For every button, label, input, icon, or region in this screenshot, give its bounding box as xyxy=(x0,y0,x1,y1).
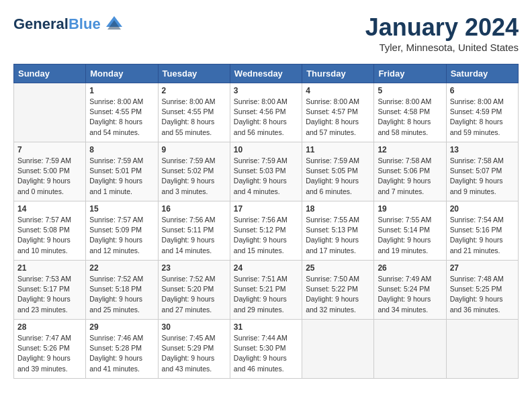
table-row: 3Sunrise: 8:00 AMSunset: 4:56 PMDaylight… xyxy=(230,83,302,142)
day-info: Sunrise: 7:56 AMSunset: 5:11 PMDaylight:… xyxy=(162,215,226,256)
day-info: Sunrise: 7:53 AMSunset: 5:17 PMDaylight:… xyxy=(17,274,82,315)
logo-text: GeneralBlue xyxy=(13,16,101,32)
day-number: 13 xyxy=(450,145,515,154)
day-number: 18 xyxy=(306,204,370,214)
day-number: 8 xyxy=(89,145,154,154)
table-row: 2Sunrise: 8:00 AMSunset: 4:55 PMDaylight… xyxy=(158,83,230,142)
table-row: 31Sunrise: 7:44 AMSunset: 5:30 PMDayligh… xyxy=(230,320,302,379)
day-number: 11 xyxy=(306,145,370,154)
day-info: Sunrise: 7:44 AMSunset: 5:30 PMDaylight:… xyxy=(234,333,298,374)
day-number: 28 xyxy=(17,322,82,332)
calendar-week-1: 1Sunrise: 8:00 AMSunset: 4:55 PMDaylight… xyxy=(14,83,519,142)
day-info: Sunrise: 8:00 AMSunset: 4:55 PMDaylight:… xyxy=(89,97,154,138)
day-info: Sunrise: 7:56 AMSunset: 5:12 PMDaylight:… xyxy=(234,215,298,256)
day-info: Sunrise: 7:59 AMSunset: 5:01 PMDaylight:… xyxy=(89,156,154,197)
day-info: Sunrise: 7:55 AMSunset: 5:14 PMDaylight:… xyxy=(378,215,442,256)
table-row: 5Sunrise: 8:00 AMSunset: 4:58 PMDaylight… xyxy=(374,83,446,142)
day-info: Sunrise: 8:00 AMSunset: 4:57 PMDaylight:… xyxy=(306,97,370,138)
table-row: 12Sunrise: 7:58 AMSunset: 5:06 PMDayligh… xyxy=(374,142,446,201)
day-number: 16 xyxy=(162,204,226,214)
day-info: Sunrise: 7:47 AMSunset: 5:26 PMDaylight:… xyxy=(17,333,82,374)
day-number: 17 xyxy=(234,204,298,214)
day-number: 15 xyxy=(89,204,154,214)
table-row xyxy=(374,320,446,379)
col-thursday: Thursday xyxy=(302,64,374,83)
day-number: 7 xyxy=(17,145,82,154)
day-info: Sunrise: 7:54 AMSunset: 5:16 PMDaylight:… xyxy=(450,215,515,256)
table-row: 22Sunrise: 7:52 AMSunset: 5:18 PMDayligh… xyxy=(86,261,158,320)
day-number: 24 xyxy=(234,263,298,273)
col-friday: Friday xyxy=(374,64,446,83)
day-info: Sunrise: 8:00 AMSunset: 4:58 PMDaylight:… xyxy=(378,97,442,138)
title-section: January 2024 Tyler, Minnesota, United St… xyxy=(365,13,519,53)
day-number: 31 xyxy=(234,322,298,332)
table-row: 19Sunrise: 7:55 AMSunset: 5:14 PMDayligh… xyxy=(374,201,446,261)
day-info: Sunrise: 7:57 AMSunset: 5:09 PMDaylight:… xyxy=(89,215,154,256)
day-number: 9 xyxy=(162,145,226,154)
table-row: 4Sunrise: 8:00 AMSunset: 4:57 PMDaylight… xyxy=(302,83,374,142)
table-row: 11Sunrise: 7:59 AMSunset: 5:05 PMDayligh… xyxy=(302,142,374,201)
table-row: 21Sunrise: 7:53 AMSunset: 5:17 PMDayligh… xyxy=(14,261,86,320)
day-number: 2 xyxy=(162,86,226,95)
table-row: 10Sunrise: 7:59 AMSunset: 5:03 PMDayligh… xyxy=(230,142,302,201)
day-number: 5 xyxy=(378,86,442,95)
day-info: Sunrise: 7:45 AMSunset: 5:29 PMDaylight:… xyxy=(162,333,226,374)
day-number: 19 xyxy=(378,204,442,214)
day-info: Sunrise: 7:55 AMSunset: 5:13 PMDaylight:… xyxy=(306,215,370,256)
day-number: 29 xyxy=(89,322,154,332)
col-wednesday: Wednesday xyxy=(230,64,302,83)
day-number: 1 xyxy=(89,86,154,95)
table-row xyxy=(14,83,86,142)
table-row: 28Sunrise: 7:47 AMSunset: 5:26 PMDayligh… xyxy=(14,320,86,379)
day-number: 4 xyxy=(306,86,370,95)
day-number: 25 xyxy=(306,263,370,273)
table-row: 24Sunrise: 7:51 AMSunset: 5:21 PMDayligh… xyxy=(230,261,302,320)
day-number: 26 xyxy=(378,263,442,273)
page-header: GeneralBlue January 2024 Tyler, Minnesot… xyxy=(13,13,519,53)
calendar-header-row: Sunday Monday Tuesday Wednesday Thursday… xyxy=(14,64,519,83)
table-row xyxy=(302,320,374,379)
table-row: 9Sunrise: 7:59 AMSunset: 5:02 PMDaylight… xyxy=(158,142,230,201)
table-row: 23Sunrise: 7:52 AMSunset: 5:20 PMDayligh… xyxy=(158,261,230,320)
calendar-week-4: 21Sunrise: 7:53 AMSunset: 5:17 PMDayligh… xyxy=(14,261,519,320)
day-info: Sunrise: 7:59 AMSunset: 5:02 PMDaylight:… xyxy=(162,156,226,197)
table-row xyxy=(446,320,518,379)
day-number: 10 xyxy=(234,145,298,154)
calendar-table: Sunday Monday Tuesday Wednesday Thursday… xyxy=(13,64,519,379)
month-title: January 2024 xyxy=(365,13,519,42)
day-info: Sunrise: 7:59 AMSunset: 5:03 PMDaylight:… xyxy=(234,156,298,197)
calendar-week-5: 28Sunrise: 7:47 AMSunset: 5:26 PMDayligh… xyxy=(14,320,519,379)
logo-icon xyxy=(103,13,125,35)
table-row: 7Sunrise: 7:59 AMSunset: 5:00 PMDaylight… xyxy=(14,142,86,201)
day-number: 3 xyxy=(234,86,298,95)
table-row: 16Sunrise: 7:56 AMSunset: 5:11 PMDayligh… xyxy=(158,201,230,261)
day-info: Sunrise: 7:46 AMSunset: 5:28 PMDaylight:… xyxy=(89,333,154,374)
day-info: Sunrise: 7:57 AMSunset: 5:08 PMDaylight:… xyxy=(17,215,82,256)
table-row: 30Sunrise: 7:45 AMSunset: 5:29 PMDayligh… xyxy=(158,320,230,379)
table-row: 20Sunrise: 7:54 AMSunset: 5:16 PMDayligh… xyxy=(446,201,518,261)
table-row: 17Sunrise: 7:56 AMSunset: 5:12 PMDayligh… xyxy=(230,201,302,261)
day-info: Sunrise: 8:00 AMSunset: 4:59 PMDaylight:… xyxy=(450,97,515,138)
col-sunday: Sunday xyxy=(14,64,86,83)
logo: GeneralBlue xyxy=(13,13,125,35)
table-row: 15Sunrise: 7:57 AMSunset: 5:09 PMDayligh… xyxy=(86,201,158,261)
day-info: Sunrise: 7:48 AMSunset: 5:25 PMDaylight:… xyxy=(450,274,515,315)
day-info: Sunrise: 7:59 AMSunset: 5:05 PMDaylight:… xyxy=(306,156,370,197)
table-row: 6Sunrise: 8:00 AMSunset: 4:59 PMDaylight… xyxy=(446,83,518,142)
day-info: Sunrise: 7:49 AMSunset: 5:24 PMDaylight:… xyxy=(378,274,442,315)
table-row: 13Sunrise: 7:58 AMSunset: 5:07 PMDayligh… xyxy=(446,142,518,201)
day-number: 30 xyxy=(162,322,226,332)
day-info: Sunrise: 7:52 AMSunset: 5:18 PMDaylight:… xyxy=(89,274,154,315)
day-number: 12 xyxy=(378,145,442,154)
day-info: Sunrise: 7:59 AMSunset: 5:00 PMDaylight:… xyxy=(17,156,82,197)
day-info: Sunrise: 7:50 AMSunset: 5:22 PMDaylight:… xyxy=(306,274,370,315)
day-number: 6 xyxy=(450,86,515,95)
day-info: Sunrise: 7:52 AMSunset: 5:20 PMDaylight:… xyxy=(162,274,226,315)
day-number: 21 xyxy=(17,263,82,273)
calendar-week-3: 14Sunrise: 7:57 AMSunset: 5:08 PMDayligh… xyxy=(14,201,519,261)
col-tuesday: Tuesday xyxy=(158,64,230,83)
day-info: Sunrise: 8:00 AMSunset: 4:55 PMDaylight:… xyxy=(162,97,226,138)
day-number: 27 xyxy=(450,263,515,273)
day-info: Sunrise: 8:00 AMSunset: 4:56 PMDaylight:… xyxy=(234,97,298,138)
table-row: 25Sunrise: 7:50 AMSunset: 5:22 PMDayligh… xyxy=(302,261,374,320)
